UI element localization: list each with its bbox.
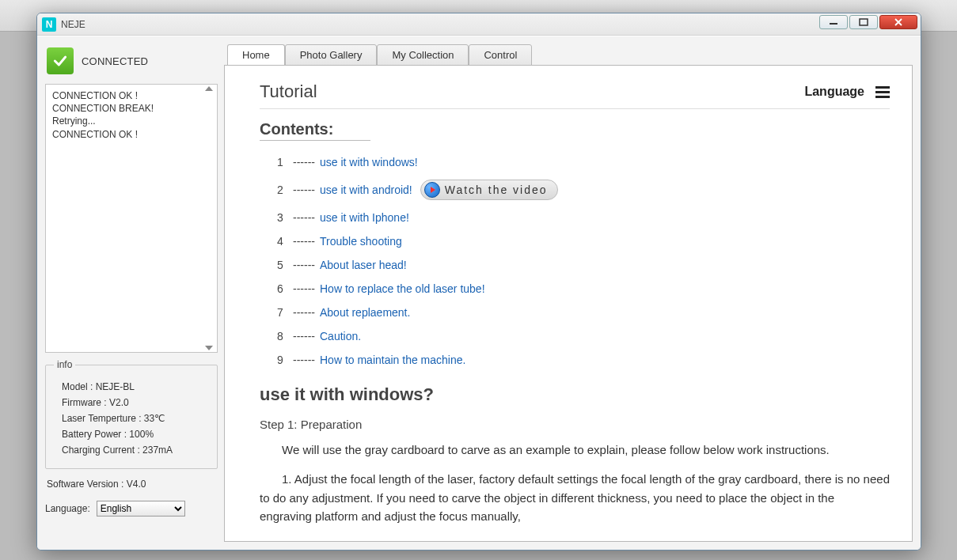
language-row: Language: English: [45, 501, 218, 516]
connection-status: CONNECTED: [45, 44, 218, 78]
toc-link-maintain[interactable]: How to maintain the machine.: [320, 354, 465, 366]
toc-dash: ------: [293, 211, 315, 224]
hamburger-icon[interactable]: [875, 86, 890, 98]
watch-video-button[interactable]: Watch the video: [420, 180, 558, 200]
svg-rect-0: [830, 23, 837, 25]
toc-item: 8 ------ Caution.: [277, 324, 890, 348]
language-select[interactable]: English: [97, 501, 185, 516]
app-title: NEJE: [61, 19, 85, 30]
toc-number: 1: [277, 156, 288, 168]
tutorial-title: Tutorial: [260, 81, 317, 102]
toc-item: 7 ------ About replaement.: [277, 301, 890, 324]
scroll-down-icon[interactable]: [205, 346, 213, 350]
info-firmware: Firmware : V2.0: [62, 397, 209, 408]
toc-link-replacement[interactable]: About replaement.: [320, 306, 410, 319]
language-widget-label: Language: [804, 85, 864, 99]
toc-number: 4: [277, 235, 288, 248]
client-area: CONNECTED CONNECTION OK ! CONNECTION BRE…: [37, 36, 921, 550]
language-widget[interactable]: Language: [804, 85, 890, 99]
toc-link-iphone[interactable]: use it with Iphone!: [320, 211, 409, 224]
sidebar: CONNECTED CONNECTION OK ! CONNECTION BRE…: [45, 44, 218, 542]
toc-dash: ------: [293, 235, 315, 248]
toc-number: 9: [277, 354, 288, 366]
toc-item: 5 ------ About laser head!: [277, 253, 890, 277]
content-scroll[interactable]: Tutorial Language Contents: 1 ------ use…: [225, 66, 912, 541]
toc-number: 5: [277, 259, 288, 271]
scroll-up-icon[interactable]: [205, 86, 213, 91]
log-scrollbar[interactable]: [203, 86, 215, 350]
app-icon: N: [42, 17, 56, 32]
log-line: Retrying...: [52, 115, 211, 127]
toc-link-windows[interactable]: use it with windows!: [320, 156, 418, 168]
toc-item: 6 ------ How to replace the old laser tu…: [277, 277, 890, 301]
toc-dash: ------: [293, 306, 315, 319]
toc-dash: ------: [293, 282, 315, 295]
tab-my-collection[interactable]: My Collection: [377, 44, 469, 66]
window-controls: [819, 15, 917, 29]
toc-link-caution[interactable]: Caution.: [320, 330, 361, 342]
log-line: CONNECTION OK !: [52, 89, 211, 102]
toc-item: 1 ------ use it with windows!: [277, 150, 890, 174]
paragraph: We will use the gray cardboard to carve …: [260, 441, 890, 459]
toc-item: 9 ------ How to maintain the machine.: [277, 348, 890, 372]
toc-item: 3 ------ use it with Iphone!: [277, 206, 890, 229]
info-battery: Battery Power : 100%: [62, 429, 209, 440]
toc-number: 2: [277, 184, 288, 196]
info-box: info Model : NEJE-BL Firmware : V2.0 Las…: [45, 359, 218, 469]
toc-link-laser-head[interactable]: About laser head!: [320, 259, 407, 271]
toc-dash: ------: [293, 330, 315, 342]
info-legend: info: [54, 359, 75, 370]
toc-number: 3: [277, 211, 288, 224]
toc-link-android[interactable]: use it with android!: [320, 184, 412, 196]
app-window: N NEJE CONNECTED CONNECTION OK !: [36, 13, 921, 551]
minimize-button[interactable]: [819, 15, 848, 29]
toc-dash: ------: [293, 259, 315, 271]
toc-link-trouble[interactable]: Trouble shooting: [320, 235, 402, 248]
toc-item: 4 ------ Trouble shooting: [277, 229, 890, 253]
tab-control[interactable]: Control: [469, 44, 532, 66]
contents-heading: Contents:: [260, 120, 370, 141]
title-bar[interactable]: N NEJE: [37, 13, 921, 36]
log-line: CONNECTION OK !: [52, 128, 211, 141]
log-box[interactable]: CONNECTION OK ! CONNECTION BREAK! Retryi…: [45, 84, 218, 353]
software-version: Software Version : V4.0: [47, 479, 216, 490]
tab-photo-gallery[interactable]: Photo Gallery: [285, 44, 378, 66]
toc-number: 7: [277, 306, 288, 319]
toc-link-replace-tube[interactable]: How to replace the old laser tube!: [320, 282, 485, 295]
step-title: Step 1: Preparation: [260, 418, 890, 431]
info-model: Model : NEJE-BL: [62, 381, 209, 392]
tab-bar: Home Photo Gallery My Collection Control: [227, 44, 913, 66]
svg-rect-1: [860, 19, 868, 25]
tab-home[interactable]: Home: [227, 44, 285, 66]
connection-label: CONNECTED: [82, 55, 148, 67]
language-label: Language:: [45, 503, 90, 514]
toc-item: 2 ------ use it with android! Watch the …: [277, 174, 890, 206]
maximize-button[interactable]: [849, 15, 878, 29]
play-icon: [424, 182, 440, 198]
main-panel: Home Photo Gallery My Collection Control…: [224, 44, 913, 542]
log-line: CONNECTION BREAK!: [52, 102, 211, 115]
tutorial-header: Tutorial Language: [260, 66, 890, 109]
content-frame: Tutorial Language Contents: 1 ------ use…: [224, 65, 913, 542]
toc-dash: ------: [293, 354, 315, 366]
toc-list: 1 ------ use it with windows! 2 ------ u…: [277, 150, 890, 372]
watch-video-label: Watch the video: [445, 184, 548, 196]
toc-dash: ------: [293, 156, 315, 168]
paragraph: 1. Adjust the focal length of the laser,…: [260, 470, 890, 525]
toc-dash: ------: [293, 184, 315, 196]
toc-number: 8: [277, 330, 288, 342]
info-charging: Charging Current : 237mA: [62, 445, 209, 456]
section-title: use it with windows?: [260, 384, 890, 405]
check-icon: [47, 47, 74, 74]
toc-number: 6: [277, 282, 288, 295]
info-laser-temp: Laser Temperture : 33℃: [62, 413, 209, 424]
close-button[interactable]: [879, 15, 917, 29]
